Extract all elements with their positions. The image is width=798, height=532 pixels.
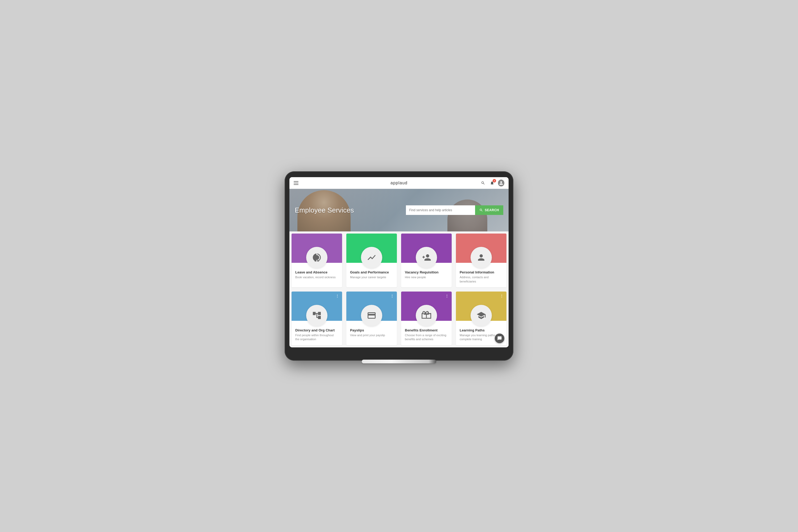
card-icon-learning [471, 305, 492, 326]
card-grid-row1: Leave and Absence Book vacation, record … [289, 231, 509, 289]
card-icon-vacancy [416, 247, 437, 268]
notification-badge: 3 [493, 179, 496, 183]
search-icon-button[interactable] [480, 180, 486, 186]
avatar-circle [498, 179, 504, 187]
card-top-directory: ⋮ [291, 291, 342, 321]
card-title-goals: Goals and Performance [350, 270, 393, 274]
chat-bubble-button[interactable] [495, 334, 504, 343]
card-desc-vacancy: Hire new people [405, 275, 448, 279]
main-content: Leave and Absence Book vacation, record … [289, 231, 509, 347]
card-top-payslips: ⋮ [346, 291, 397, 321]
card-payslips[interactable]: ⋮ Payslips View and print your payslip [346, 291, 397, 345]
card-vacancy-requisition[interactable]: Vacancy Requisition Hire new people [401, 233, 452, 287]
card-top-goals [346, 233, 397, 263]
learning-menu-dots[interactable]: ⋮ [500, 294, 504, 298]
search-button[interactable]: SEARCH [475, 205, 503, 215]
card-top-learning: ⋮ [456, 291, 507, 321]
benefits-menu-dots[interactable]: ⋮ [445, 294, 449, 298]
notifications-icon-button[interactable]: 3 [489, 180, 495, 186]
card-title-leave: Leave and Absence [295, 270, 338, 274]
card-icon-goals [361, 247, 382, 268]
card-top-benefits: ⋮ [401, 291, 452, 321]
hero-content: Employee Services SEARCH [289, 205, 509, 215]
nav-left [294, 181, 299, 185]
hero-title: Employee Services [295, 206, 354, 214]
card-directory-org[interactable]: ⋮ Directory and Org Chart Find people wi… [291, 291, 342, 345]
hamburger-menu-button[interactable] [294, 181, 299, 185]
card-leave-absence[interactable]: Leave and Absence Book vacation, record … [291, 233, 342, 287]
card-desc-leave: Book vacation, record sickness [295, 275, 338, 279]
card-icon-personal [471, 247, 492, 268]
hero-banner: Employee Services SEARCH [289, 189, 509, 231]
card-goals-performance[interactable]: Goals and Performance Manage your career… [346, 233, 397, 287]
card-icon-payslips [361, 305, 382, 326]
card-personal-info[interactable]: Personal Information Address, contacts a… [456, 233, 507, 287]
tablet-device: applaud 3 [285, 171, 513, 361]
nav-right: 3 [480, 180, 504, 186]
card-desc-payslips: View and print your payslip [350, 333, 393, 337]
card-desc-benefits: Choose from a range of exciting benefits… [405, 333, 448, 342]
card-title-vacancy: Vacancy Requisition [405, 270, 448, 274]
card-grid-row2: ⋮ Directory and Org Chart Find people wi… [289, 289, 509, 347]
card-title-personal: Personal Information [460, 270, 503, 274]
card-title-directory: Directory and Org Chart [295, 328, 338, 332]
apple-pencil [362, 360, 436, 363]
card-icon-benefits [416, 305, 437, 326]
card-desc-personal: Address, contacts and beneficiaries [460, 275, 503, 284]
nav-bar: applaud 3 [289, 177, 509, 189]
directory-menu-dots[interactable]: ⋮ [336, 294, 339, 298]
user-avatar[interactable] [498, 180, 504, 186]
search-container: SEARCH [406, 205, 503, 215]
card-title-benefits: Benefits Enrollment [405, 328, 448, 332]
card-title-payslips: Payslips [350, 328, 393, 332]
card-title-learning: Learning Paths [460, 328, 503, 332]
card-top-leave [291, 233, 342, 263]
card-top-personal [456, 233, 507, 263]
card-benefits[interactable]: ⋮ Benefits Enrollment Choose from a rang… [401, 291, 452, 345]
app-title: applaud [391, 180, 407, 185]
card-icon-leave [306, 247, 327, 268]
card-icon-directory [306, 305, 327, 326]
tablet-screen: applaud 3 [289, 177, 509, 347]
card-desc-goals: Manage your career targete [350, 275, 393, 279]
card-top-vacancy [401, 233, 452, 263]
payslips-menu-dots[interactable]: ⋮ [390, 294, 394, 298]
search-input[interactable] [406, 205, 475, 215]
card-desc-directory: Find people within throughout the organi… [295, 333, 338, 342]
